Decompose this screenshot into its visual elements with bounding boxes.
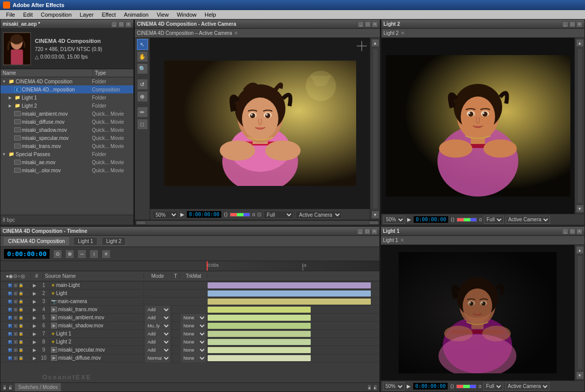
minimize-btn[interactable]: _ (358, 21, 364, 27)
zoom-select[interactable]: 50%100%200% (152, 211, 178, 219)
hand-tool[interactable]: ✋ (137, 51, 148, 62)
light2-quality-select[interactable]: Full (484, 216, 504, 224)
scroll-down-btn[interactable]: ▼ (576, 205, 584, 213)
timeline-tab-2[interactable]: Light 2 (102, 237, 126, 246)
visibility-btn[interactable]: 👁 (8, 307, 13, 312)
timeline-row-4[interactable]: 👁 ♪ 🔒 ▶ 4 ▶ misaki_trans.mov Add (1, 306, 379, 314)
scroll-down-btn[interactable]: ▼ (371, 211, 379, 219)
maximize-btn[interactable]: □ (365, 21, 371, 27)
ctrl-btn-3[interactable]: ↔ (77, 250, 86, 259)
maximize-btn[interactable]: □ (364, 228, 370, 234)
ctrl-btn-2[interactable]: ⊕ (65, 250, 74, 259)
light2-tab-btn[interactable]: ✕ (401, 30, 405, 36)
lock-btn[interactable]: 🔒 (19, 339, 24, 345)
light2-preview-btn[interactable]: ▶ (407, 217, 411, 222)
alpha-btn[interactable]: α (252, 212, 255, 217)
maximize-btn[interactable]: □ (569, 21, 575, 27)
visibility-btn[interactable]: 👁 (8, 356, 13, 361)
light1-frame-btn[interactable]: ⟨⟩ (450, 383, 454, 389)
frame-btn[interactable]: ⟨⟩ (224, 212, 228, 217)
mode-dropdown-6[interactable]: Mu..ly (145, 322, 170, 330)
light1-zoom-select[interactable]: 50% (383, 382, 405, 390)
scroll-left-btn[interactable] (136, 221, 146, 225)
light2-frame-btn[interactable]: ⟨⟩ (451, 217, 455, 222)
maximize-btn[interactable]: □ (118, 21, 124, 27)
timeline-row-1[interactable]: 👁 ♪ 🔒 ▶ 1 ☀ main-Light (1, 281, 379, 289)
expand-icon[interactable]: ▼ (2, 152, 7, 157)
timeline-row-10[interactable]: 👁 ♪ 🔒 ▶ 10 ▶ misaki_diffuse.mov Normal (1, 354, 379, 362)
minimize-btn[interactable]: _ (562, 228, 568, 234)
scroll-up-btn[interactable]: ▲ (576, 246, 584, 254)
close-btn[interactable]: × (125, 21, 131, 27)
close-btn[interactable]: × (372, 21, 378, 27)
list-item[interactable]: ▶ 📁 Light 1 Folder (1, 93, 133, 102)
menu-animation[interactable]: Animation (120, 12, 153, 18)
list-item[interactable]: ▶ 📁 Light 2 Folder (1, 102, 133, 110)
comp-tab-btn[interactable]: ✕ (234, 30, 238, 36)
zoom-tool[interactable]: 🔍 (137, 63, 148, 74)
audio-btn[interactable]: ♪ (13, 331, 18, 336)
row-expand[interactable]: ▶ (31, 299, 38, 304)
menu-view[interactable]: View (153, 12, 173, 18)
audio-btn[interactable]: ♪ (13, 307, 18, 312)
light1-alpha-btn[interactable]: α (478, 383, 481, 389)
menu-edit[interactable]: Edit (19, 12, 37, 18)
visibility-btn[interactable]: 👁 (8, 291, 13, 296)
region-btn[interactable]: ⊡ (257, 212, 261, 217)
visibility-btn[interactable]: 👁 (8, 348, 13, 353)
tl-mode-10[interactable]: Normal (144, 354, 172, 362)
rotate-tool[interactable]: ↺ (137, 79, 148, 90)
timeline-row-9[interactable]: 👁 ♪ 🔒 ▶ 9 ▶ misaki_specular.mov Add (1, 346, 379, 354)
trkmat-dropdown-6[interactable]: None (181, 322, 206, 330)
maximize-btn[interactable]: □ (569, 228, 575, 234)
visibility-btn[interactable]: 👁 (8, 315, 13, 320)
audio-btn[interactable]: ♪ (13, 315, 18, 320)
mode-dropdown-10[interactable]: Normal (145, 354, 170, 362)
tl-mode-4[interactable]: Add (144, 306, 172, 314)
light2-zoom-select[interactable]: 50% (383, 216, 405, 224)
expand-icon[interactable]: ▶ (8, 103, 13, 108)
light1-tab-btn[interactable]: ✕ (400, 237, 404, 243)
trkmat-dropdown-5[interactable]: None (181, 314, 206, 322)
trkmat-dropdown-8[interactable]: None (181, 338, 206, 346)
close-btn[interactable]: × (576, 228, 582, 234)
playhead[interactable] (207, 261, 208, 271)
tl-trkmat-8[interactable]: None (180, 338, 208, 346)
audio-btn[interactable]: ♪ (13, 299, 18, 304)
mode-dropdown-8[interactable]: Add (145, 338, 170, 346)
menu-file[interactable]: File (2, 12, 19, 18)
ruler-track[interactable]: 0:00s 1s (207, 261, 379, 271)
lock-btn[interactable]: 🔒 (19, 356, 24, 361)
row-expand[interactable]: ▶ (31, 323, 38, 328)
list-item[interactable]: misaki_ambient.mov Quick... Movie (1, 110, 133, 118)
ctrl-btn-1[interactable]: ⊙ (53, 250, 62, 259)
trkmat-dropdown-10[interactable]: None (181, 354, 206, 362)
mode-dropdown-4[interactable]: Add (145, 306, 170, 314)
light2-alpha-btn[interactable]: α (479, 217, 482, 222)
visibility-btn[interactable]: 👁 (8, 339, 13, 345)
lock-btn[interactable]: 🔒 (19, 348, 24, 353)
timeline-tab-1[interactable]: Light 1 (73, 237, 98, 246)
menu-effect[interactable]: Effect (98, 12, 120, 18)
trkmat-dropdown-7[interactable]: None (181, 330, 206, 338)
minimize-btn[interactable]: _ (111, 21, 117, 27)
audio-btn[interactable]: ♪ (13, 323, 18, 328)
mode-dropdown-5[interactable]: Add (145, 314, 170, 322)
timeline-tab-0[interactable]: CINEMA 4D Composition (4, 237, 69, 246)
comp-h-scrollbar[interactable] (135, 220, 380, 225)
mode-dropdown-9[interactable]: Add (145, 346, 170, 354)
audio-btn[interactable]: ♪ (13, 356, 18, 361)
row-expand[interactable]: ▶ (31, 283, 38, 288)
visibility-btn[interactable]: 👁 (8, 283, 13, 288)
list-item[interactable]: misaki_..olor.mov Quick... Movie (1, 166, 133, 174)
list-item[interactable]: misaki_shadow.mov Quick... Movie (1, 126, 133, 134)
row-expand[interactable]: ▶ (31, 339, 38, 345)
ctrl-btn-5[interactable]: ≡ (102, 250, 111, 259)
minimize-btn[interactable]: _ (562, 21, 568, 27)
row-expand[interactable]: ▶ (31, 315, 38, 320)
tl-trkmat-9[interactable]: None (180, 346, 208, 354)
lock-btn[interactable]: 🔒 (19, 283, 24, 288)
audio-btn[interactable]: ♪ (13, 339, 18, 345)
list-item[interactable]: misaki_ae.mov Quick... Movie (1, 158, 133, 166)
switches-modes-tab[interactable]: Switches / Modes (15, 383, 61, 391)
